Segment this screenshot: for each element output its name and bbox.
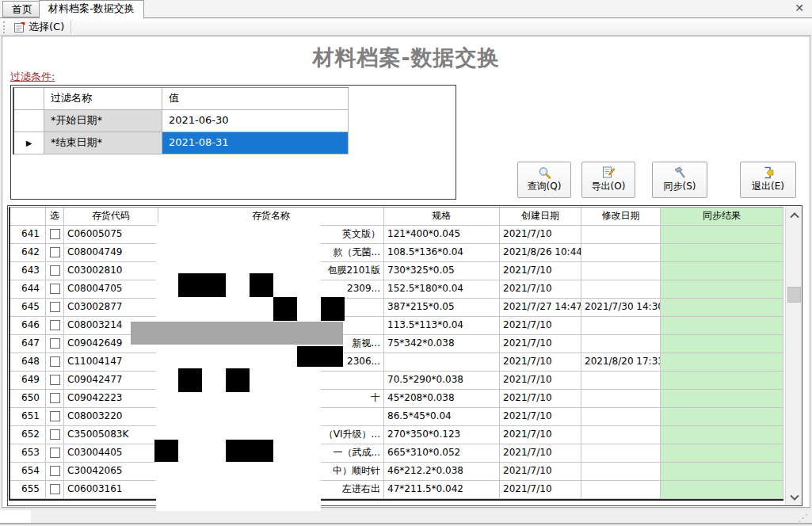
redaction-block bbox=[273, 297, 297, 321]
redaction-block bbox=[154, 440, 178, 462]
chevron-up-icon bbox=[790, 212, 799, 221]
redaction-block bbox=[178, 273, 226, 297]
sync-result-cell bbox=[661, 408, 783, 426]
row-checkbox[interactable] bbox=[50, 229, 60, 239]
sync-result-cell bbox=[661, 280, 783, 299]
row-checkbox[interactable] bbox=[50, 284, 60, 294]
spec-cell: 46*212.2*0.038 bbox=[384, 463, 500, 481]
row-number-cell: 648 bbox=[10, 353, 46, 372]
select-button[interactable]: 选择(C) bbox=[10, 19, 69, 35]
row-select-cell bbox=[46, 335, 64, 353]
table-row[interactable]: 649 C09042477 70.5*290*0.038 2021/7/10 bbox=[10, 372, 783, 390]
table-row[interactable]: 651 C08003220 86.5*45*0.04 2021/7/10 bbox=[10, 408, 783, 426]
created-date-cell: 2021/7/10 bbox=[500, 372, 581, 390]
row-number-cell: 653 bbox=[10, 444, 46, 463]
tab-home[interactable]: 首页 bbox=[2, 1, 42, 17]
modified-date-cell bbox=[581, 335, 661, 353]
redaction-bar bbox=[131, 322, 343, 345]
col-spec: 规格 bbox=[384, 208, 500, 226]
row-checkbox[interactable] bbox=[50, 356, 60, 367]
redaction-block bbox=[178, 368, 202, 392]
created-date-cell: 2021/7/10 bbox=[500, 463, 581, 481]
vertical-scrollbar[interactable] bbox=[785, 207, 802, 505]
created-date-cell: 2021/7/10 bbox=[500, 408, 581, 426]
close-icon[interactable]: ✕ bbox=[795, 2, 804, 14]
row-checkbox[interactable] bbox=[50, 411, 60, 421]
query-button[interactable]: 查询(Q) bbox=[517, 162, 571, 198]
row-checkbox[interactable] bbox=[50, 484, 60, 494]
spec-cell: 387*215*0.05 bbox=[384, 299, 500, 317]
redaction-block bbox=[226, 368, 250, 392]
table-row[interactable]: 654 C30042065 中）顺时针 46*212.2*0.038 2021/… bbox=[10, 463, 783, 481]
filter-value-cell[interactable]: 2021-08-31 bbox=[162, 132, 349, 154]
row-number-cell: 654 bbox=[10, 463, 46, 481]
created-date-cell: 2021/7/10 bbox=[500, 317, 581, 335]
modified-date-cell: 2021/7/30 14:30 bbox=[581, 299, 661, 317]
table-row[interactable]: 642 C08004749 款（无菌... 108.5*136*0.04 202… bbox=[10, 244, 783, 262]
sync-icon bbox=[673, 166, 687, 179]
row-checkbox[interactable] bbox=[50, 429, 60, 440]
row-checkbox[interactable] bbox=[50, 338, 60, 349]
table-row[interactable]: 655 C06003161 左进右出 47*211.5*0.042 2021/7… bbox=[10, 481, 783, 499]
inventory-code-cell: C06003161 bbox=[64, 481, 158, 499]
resize-grip[interactable]: ⋰ bbox=[798, 512, 808, 524]
row-select-cell bbox=[46, 226, 64, 244]
created-date-cell: 2021/7/27 14:47 bbox=[500, 299, 581, 317]
sync-button[interactable]: 同步(S) bbox=[652, 162, 707, 198]
spec-cell: 75*342*0.038 bbox=[384, 335, 500, 353]
table-row[interactable]: 652 C35005083K （VI升级）... 270*350*0.123 2… bbox=[10, 426, 783, 444]
row-number-cell: 651 bbox=[10, 408, 46, 426]
toolbar-grip[interactable] bbox=[3, 21, 5, 33]
scroll-down-button[interactable] bbox=[786, 490, 802, 505]
col-modified-date: 修改日期 bbox=[581, 208, 661, 226]
scrollbar-thumb[interactable] bbox=[787, 287, 801, 303]
export-button[interactable]: 导出(O) bbox=[581, 162, 635, 198]
inventory-code-cell: C35005083K bbox=[64, 426, 158, 444]
table-row[interactable]: 645 C03002877 387*215*0.05 2021/7/27 14:… bbox=[10, 299, 783, 317]
sync-result-cell bbox=[661, 444, 783, 463]
modified-date-cell bbox=[581, 372, 661, 390]
filter-grid: 过滤名称 值 *开始日期* 2021-06-30 ▶ *结束日期* 2021-0… bbox=[13, 87, 349, 154]
scroll-up-button[interactable] bbox=[786, 207, 802, 222]
table-row[interactable]: 647 C09042649 新视... 75*342*0.038 2021/7/… bbox=[10, 335, 783, 353]
table-row[interactable]: 644 C08004705 2309... 152.5*180*0.04 202… bbox=[10, 280, 783, 299]
exit-button[interactable]: 退出(E) bbox=[740, 162, 796, 198]
row-checkbox[interactable] bbox=[50, 466, 60, 476]
sync-result-cell bbox=[661, 317, 783, 335]
row-select-cell bbox=[46, 353, 64, 372]
redaction-block bbox=[321, 297, 345, 321]
row-checkbox[interactable] bbox=[50, 302, 60, 312]
col-select: 选 bbox=[46, 208, 64, 226]
table-row[interactable]: 643 C03002810 包膜2101版 730*325*0.05 2021/… bbox=[10, 262, 783, 280]
inventory-code-cell: C09042477 bbox=[64, 372, 158, 390]
row-checkbox[interactable] bbox=[50, 265, 60, 276]
table-row[interactable]: 648 C11004147 2306... 2021/7/10 2021/8/2… bbox=[10, 353, 783, 372]
redaction-block bbox=[297, 346, 343, 367]
tab-material-data-exchange[interactable]: 材料档案-数据交换 bbox=[39, 0, 144, 19]
row-checkbox[interactable] bbox=[50, 393, 60, 403]
filter-value-cell[interactable]: 2021-06-30 bbox=[162, 110, 349, 132]
sync-result-cell bbox=[661, 390, 783, 408]
table-row[interactable]: 653 C03004405 一（武成... 665*310*0.052 2021… bbox=[10, 444, 783, 463]
row-checkbox[interactable] bbox=[50, 375, 60, 385]
table-row[interactable]: 650 C09042223 十 45*208*0.038 2021/7/10 bbox=[10, 390, 783, 408]
row-number-cell: 647 bbox=[10, 335, 46, 353]
modified-date-cell bbox=[581, 226, 661, 244]
filter-row-header bbox=[14, 110, 44, 132]
filter-row-start-date[interactable]: *开始日期* 2021-06-30 bbox=[14, 110, 349, 132]
redaction-overlay bbox=[156, 223, 321, 511]
table-row[interactable]: 646 C08003214 113.5*113*0.04 2021/7/10 bbox=[10, 317, 783, 335]
row-select-cell bbox=[46, 372, 64, 390]
row-select-cell bbox=[46, 262, 64, 280]
created-date-cell: 2021/7/10 bbox=[500, 390, 581, 408]
created-date-cell: 2021/7/10 bbox=[500, 280, 581, 299]
row-checkbox[interactable] bbox=[50, 320, 60, 330]
col-inventory-code: 存货代码 bbox=[64, 208, 158, 226]
table-row[interactable]: 641 C06005075 英文版） 121*400*0.045 2021/7/… bbox=[10, 226, 783, 244]
row-checkbox[interactable] bbox=[50, 448, 60, 458]
modified-date-cell bbox=[581, 408, 661, 426]
filter-row-end-date[interactable]: ▶ *结束日期* 2021-08-31 bbox=[14, 132, 349, 154]
modified-date-cell bbox=[581, 317, 661, 335]
row-checkbox[interactable] bbox=[50, 247, 60, 257]
row-select-cell bbox=[46, 444, 64, 463]
